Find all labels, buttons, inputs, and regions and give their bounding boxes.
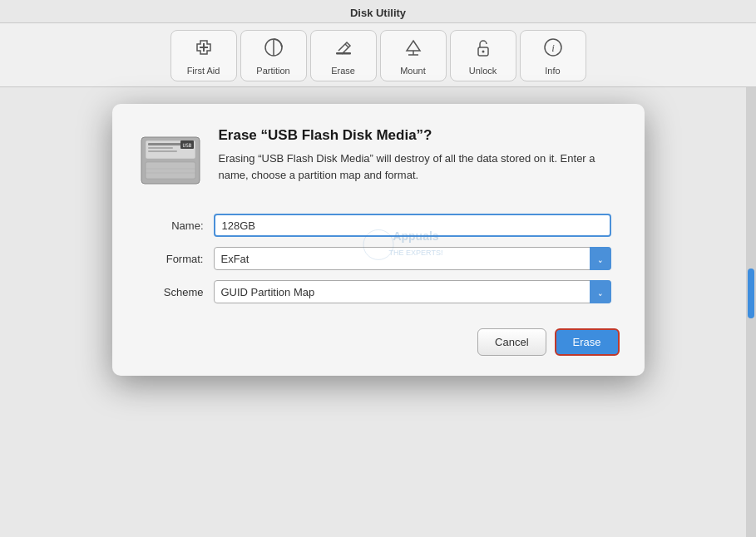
erase-icon xyxy=(332,36,355,62)
dialog-header: USB Erase “USB Flash Disk Media”? Erasin… xyxy=(137,127,620,194)
partition-label: Partition xyxy=(256,66,289,76)
name-row: Name: xyxy=(146,214,611,237)
toolbar-erase[interactable]: Erase xyxy=(310,30,377,81)
dialog-title-area: Erase “USB Flash Disk Media”? Erasing “U… xyxy=(219,127,620,183)
svg-marker-6 xyxy=(407,41,420,51)
cancel-button[interactable]: Cancel xyxy=(477,328,546,356)
mount-label: Mount xyxy=(400,66,426,76)
dialog-description: Erasing “USB Flash Disk Media” will dest… xyxy=(219,150,620,183)
svg-rect-18 xyxy=(146,162,195,179)
svg-rect-16 xyxy=(148,147,173,149)
svg-point-10 xyxy=(482,51,484,53)
format-label: Format: xyxy=(146,253,204,265)
toolbar: First Aid Partition Erase xyxy=(0,23,756,87)
unlock-icon xyxy=(472,36,495,62)
toolbar-partition[interactable]: Partition xyxy=(240,30,307,81)
first-aid-label: First Aid xyxy=(187,66,220,76)
title-bar: Disk Utility xyxy=(0,0,756,23)
toolbar-first-aid[interactable]: First Aid xyxy=(170,30,237,81)
name-label: Name: xyxy=(146,219,204,232)
svg-text:USB: USB xyxy=(182,142,191,148)
app-title: Disk Utility xyxy=(350,7,406,19)
svg-line-5 xyxy=(345,44,348,47)
format-select-wrapper: ExFat Mac OS Extended (Journaled) MS-DOS… xyxy=(214,247,611,270)
dialog-actions: Cancel Erase xyxy=(137,320,620,356)
erase-dialog: USB Erase “USB Flash Disk Media”? Erasin… xyxy=(112,104,645,376)
toolbar-info[interactable]: i Info xyxy=(520,30,586,81)
info-label: Info xyxy=(545,66,560,76)
scheme-label: Scheme xyxy=(146,286,204,298)
scheme-row: Scheme GUID Partition Map Master Boot Re… xyxy=(146,280,611,303)
toolbar-unlock[interactable]: Unlock xyxy=(450,30,516,81)
form-section: Name: Format: ExFat Mac OS Extended (Jou… xyxy=(137,214,620,303)
disk-icon: USB xyxy=(137,127,204,194)
scrollbar-thumb[interactable] xyxy=(748,268,754,318)
svg-rect-17 xyxy=(148,150,177,152)
scheme-select-wrapper: GUID Partition Map Master Boot Record Ap… xyxy=(214,280,611,303)
first-aid-icon xyxy=(192,36,215,62)
info-icon: i xyxy=(541,36,565,62)
svg-rect-15 xyxy=(148,143,181,145)
scrollbar[interactable] xyxy=(746,87,756,537)
name-input[interactable] xyxy=(214,214,611,237)
format-select[interactable]: ExFat Mac OS Extended (Journaled) MS-DOS… xyxy=(214,247,611,270)
erase-label: Erase xyxy=(331,66,355,76)
mount-icon xyxy=(402,36,425,62)
erase-button[interactable]: Erase xyxy=(555,328,620,356)
svg-text:i: i xyxy=(551,42,555,54)
partition-icon xyxy=(262,36,285,62)
toolbar-mount[interactable]: Mount xyxy=(380,30,447,81)
scheme-select[interactable]: GUID Partition Map Master Boot Record Ap… xyxy=(214,280,611,303)
format-row: Format: ExFat Mac OS Extended (Journaled… xyxy=(146,247,611,270)
unlock-label: Unlock xyxy=(469,66,497,76)
main-content: USB Erase “USB Flash Disk Media”? Erasin… xyxy=(0,87,756,537)
dialog-title: Erase “USB Flash Disk Media”? xyxy=(219,127,620,144)
